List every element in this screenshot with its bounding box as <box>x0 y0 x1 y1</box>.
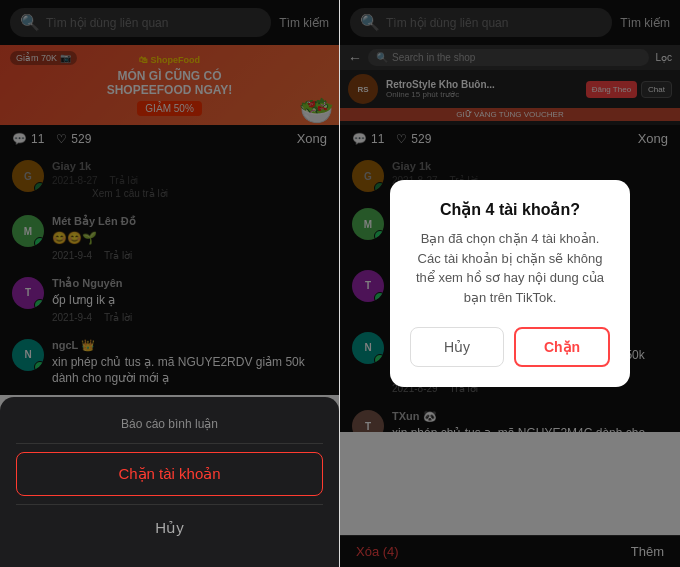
right-panel: 🔍 Tìm kiếm ← 🔍 Search in the shop Lọc RS… <box>340 0 680 567</box>
block-account-button[interactable]: Chặn tài khoản <box>16 452 323 496</box>
dialog-buttons: Hủy Chặn <box>410 327 610 367</box>
dialog-cancel-button[interactable]: Hủy <box>410 327 504 367</box>
bottom-sheet: Báo cáo bình luận Chặn tài khoản Hủy <box>0 397 339 567</box>
block-dialog: Chặn 4 tài khoản? Bạn đã chọn chặn 4 tài… <box>390 180 630 387</box>
sheet-divider <box>16 443 323 444</box>
dialog-overlay: Chặn 4 tài khoản? Bạn đã chọn chặn 4 tài… <box>340 0 680 567</box>
cancel-button[interactable]: Hủy <box>0 505 339 551</box>
dialog-message: Bạn đã chọn chặn 4 tài khoản. Các tài kh… <box>410 229 610 307</box>
left-panel: 🔍 Tìm kiếm Giảm 70K 📷 🛍 ShopeFood MÓN GÌ… <box>0 0 340 567</box>
sheet-report-label: Báo cáo bình luận <box>0 413 339 443</box>
dialog-confirm-button[interactable]: Chặn <box>514 327 610 367</box>
dialog-title: Chặn 4 tài khoản? <box>410 200 610 219</box>
